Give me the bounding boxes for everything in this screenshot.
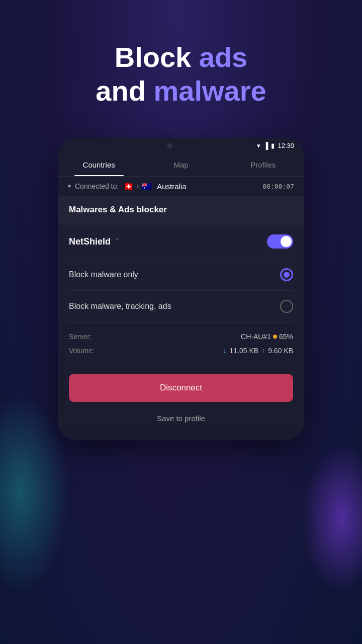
server-row: Server: CH-AU#1 65% xyxy=(69,330,293,344)
blocker-title: Malwares & Ads blocker xyxy=(69,205,167,214)
block-all-row[interactable]: Block malware, tracking, ads xyxy=(69,291,293,323)
connection-timer: 00:00:07 xyxy=(262,183,294,190)
block-malware-radio[interactable] xyxy=(280,268,293,281)
server-info-section: Server: CH-AU#1 65% Volume: ↓ 11.05 KB ↑… xyxy=(58,323,304,365)
wifi-icon: ▾ xyxy=(257,142,260,149)
tab-bar: Countries Map Profiles xyxy=(58,153,304,177)
arrow-right-icon: › xyxy=(137,183,139,190)
upload-arrow-icon: ↑ xyxy=(261,347,265,355)
battery-icon: ▮ xyxy=(271,142,275,149)
block-all-radio[interactable] xyxy=(280,300,293,313)
upload-value: 9.60 KB xyxy=(268,347,293,355)
netshield-title: NetShield xyxy=(69,236,111,247)
server-value: CH-AU#1 65% xyxy=(241,333,293,341)
headline-accent2: malware xyxy=(153,75,266,107)
disconnect-button[interactable]: Disconnect xyxy=(69,374,293,402)
blocker-section: Malwares & Ads blocker xyxy=(58,196,304,224)
status-center xyxy=(167,143,172,148)
headline-accent1: ads xyxy=(199,41,248,73)
headline-line1: Block ads xyxy=(96,40,266,74)
server-id: CH-AU#1 xyxy=(241,333,271,341)
download-arrow-icon: ↓ xyxy=(223,347,227,355)
chevron-down-icon: ▾ xyxy=(68,183,71,190)
status-right: ▾ ▐ ▮ 12:30 xyxy=(257,142,294,149)
connected-left: ▾ Connected to: 🇨🇭 › 🇦🇺 Australia xyxy=(68,182,187,191)
phone-mockup: ▾ ▐ ▮ 12:30 Countries Map Profiles ▾ Con… xyxy=(58,138,304,440)
signal-icon: ▐ xyxy=(263,142,268,149)
load-percent: 65% xyxy=(279,333,293,341)
tab-profiles[interactable]: Profiles xyxy=(222,153,304,176)
netshield-row: NetShield ˄ xyxy=(69,224,293,259)
netshield-toggle[interactable] xyxy=(267,234,293,249)
netshield-section: NetShield ˄ Block malware only Block mal… xyxy=(58,224,304,323)
status-bar: ▾ ▐ ▮ 12:30 xyxy=(58,138,304,153)
flags: 🇨🇭 › 🇦🇺 xyxy=(123,182,153,191)
disconnect-section: Disconnect xyxy=(58,365,304,407)
block-malware-row[interactable]: Block malware only xyxy=(69,259,293,291)
main-content: Block ads and malware ▾ ▐ ▮ 12:30 Countr… xyxy=(0,0,362,644)
tab-map[interactable]: Map xyxy=(140,153,222,176)
save-profile-link[interactable]: Save to profile xyxy=(157,414,205,423)
load-dot xyxy=(273,335,277,339)
headline-line2: and malware xyxy=(96,74,266,108)
country-name: Australia xyxy=(157,182,186,191)
block-malware-label: Block malware only xyxy=(69,270,138,279)
tab-countries[interactable]: Countries xyxy=(58,153,140,176)
volume-row: Volume: ↓ 11.05 KB ↑ 9.60 KB xyxy=(69,344,293,358)
headline: Block ads and malware xyxy=(96,40,266,108)
chevron-up-icon: ˄ xyxy=(116,237,119,246)
download-value: 11.05 KB xyxy=(230,347,259,355)
connected-label: Connected to: xyxy=(75,182,119,190)
bottom-bar xyxy=(58,430,304,440)
headline-prefix1: Block xyxy=(115,41,199,73)
headline-prefix2: and xyxy=(96,75,153,107)
volume-label: Volume: xyxy=(69,347,95,355)
block-all-label: Block malware, tracking, ads xyxy=(69,302,171,311)
netshield-left: NetShield ˄ xyxy=(69,236,119,247)
server-label: Server: xyxy=(69,333,92,341)
volume-value: ↓ 11.05 KB ↑ 9.60 KB xyxy=(223,347,293,355)
to-flag: 🇦🇺 xyxy=(141,182,153,191)
camera-dot xyxy=(167,143,172,148)
save-profile-section: Save to profile xyxy=(58,407,304,430)
connected-row: ▾ Connected to: 🇨🇭 › 🇦🇺 Australia 00:00:… xyxy=(58,177,304,196)
clock: 12:30 xyxy=(278,142,294,149)
from-flag: 🇨🇭 xyxy=(123,182,135,191)
